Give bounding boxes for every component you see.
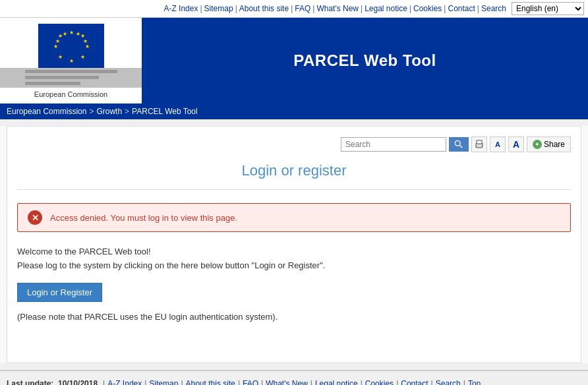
footer-az-link[interactable]: A-Z Index [107,379,142,385]
org-name: European Commission [34,90,107,98]
breadcrumb: European Commission > Growth > PARCEL We… [0,104,588,119]
note-text: (Please note that PARCEL uses the EU log… [17,312,571,322]
svg-rect-16 [477,140,482,144]
svg-point-13 [455,140,460,146]
site-title: PARCEL Web Tool [142,51,588,70]
top-navigation: A-Z Index|Sitemap|About this site|FAQ|Wh… [0,0,588,18]
footer-link-sep: | [144,379,146,385]
top-nav-links: A-Z Index|Sitemap|About this site|FAQ|Wh… [4,4,512,13]
footer-cookies-link[interactable]: Cookies [365,379,394,385]
about-link[interactable]: About this site [239,4,289,13]
nav-separator: | [444,4,446,13]
footer-link-sep: | [181,379,183,385]
site-header: ★ ★ ★ ★ ★ ★ ★ ★ ★ ★ ★ ★ [0,18,588,104]
print-icon [475,140,484,149]
footer-link-sep: | [396,379,398,385]
login-register-button[interactable]: Login or Register [17,283,102,302]
svg-text:★: ★ [75,31,80,37]
main-wrapper: A A ✦ Share Login or register ✕ Access d… [0,126,588,363]
footer-whats-new-link[interactable]: What's New [266,379,308,385]
nav-separator: | [409,4,411,13]
error-icon: ✕ [28,210,42,225]
footer-sep: | [103,379,105,385]
footer-link-sep: | [361,379,363,385]
footer-link-sep: | [310,379,312,385]
footer-sitemap-link[interactable]: Sitemap [149,379,178,385]
search-button[interactable] [449,137,469,152]
nav-separator: | [312,4,314,13]
search-input[interactable] [341,137,446,152]
breadcrumb-item-growth[interactable]: Growth [96,107,122,116]
svg-text:★: ★ [57,54,62,60]
font-decrease-button[interactable]: A [490,136,506,152]
breadcrumb-sep-1: > [89,107,94,116]
search-top-link[interactable]: Search [481,4,506,13]
svg-rect-17 [477,145,482,147]
welcome-text: Welcome to the PARCEL Web tool! Please l… [17,245,571,273]
cookies-link[interactable]: Cookies [413,4,442,13]
svg-text:★: ★ [82,38,87,44]
nav-separator: | [200,4,202,13]
page-title: Login or register [17,162,571,190]
share-icon: ✦ [533,140,542,149]
footer-contact-link[interactable]: Contact [401,379,428,385]
footer-legal-link[interactable]: Legal notice [315,379,358,385]
breadcrumb-sep-2: > [125,107,129,116]
main-content: A A ✦ Share Login or register ✕ Access d… [7,126,581,363]
svg-line-14 [459,145,462,148]
share-button[interactable]: ✦ Share [527,136,571,152]
font-increase-button[interactable]: A [508,136,524,152]
svg-text:★: ★ [62,31,67,37]
legal-link[interactable]: Legal notice [365,4,407,13]
svg-text:★: ★ [69,58,73,64]
print-button[interactable] [471,136,487,152]
footer-link-sep: | [238,379,240,385]
nav-separator: | [235,4,237,13]
sitemap-link[interactable]: Sitemap [204,4,233,13]
footer-search-link[interactable]: Search [436,379,461,385]
nav-separator: | [361,4,363,13]
language-selector[interactable]: English (en) [512,2,584,15]
breadcrumb-item-ec[interactable]: European Commission [7,107,86,116]
search-icon [454,140,463,149]
footer-about-link[interactable]: About this site [186,379,235,385]
eu-flag: ★ ★ ★ ★ ★ ★ ★ ★ ★ ★ ★ ★ [38,24,104,68]
footer-last-update-label: Last update: 10/10/2018 [7,379,98,385]
contact-link[interactable]: Contact [448,4,475,13]
az-index-link[interactable]: A-Z Index [163,4,198,13]
footer-link-sep: | [261,379,263,385]
logo-area: ★ ★ ★ ★ ★ ★ ★ ★ ★ ★ ★ ★ [0,18,142,104]
whats-new-link[interactable]: What's New [316,4,359,13]
nav-separator: | [291,4,293,13]
footer-top-link[interactable]: Top [468,379,481,385]
footer-faq-link[interactable]: FAQ [243,379,258,385]
error-message-box: ✕ Access denied. You must log in to view… [17,203,571,232]
footer-last-update-date: 10/10/2018 [58,379,98,385]
svg-text:★: ★ [55,38,59,44]
svg-text:★: ★ [53,44,57,49]
welcome-line1: Welcome to the PARCEL Web tool! [17,245,571,259]
nav-separator: | [477,4,479,13]
welcome-line2: Please log to the system by clicking on … [17,259,571,273]
footer-link-sep: | [463,379,465,385]
error-text: Access denied. You must log in to view t… [50,213,237,223]
gray-banner [0,68,142,88]
faq-link[interactable]: FAQ [295,4,310,13]
share-label: Share [544,140,565,149]
footer-link-sep: | [431,379,433,385]
svg-text:★: ★ [69,30,73,36]
breadcrumb-item-current: PARCEL Web Tool [132,107,198,116]
svg-text:★: ★ [80,54,84,60]
search-toolbar: A A ✦ Share [17,136,571,152]
footer: Last update: 10/10/2018 |A-Z Index|Sitem… [0,370,588,385]
svg-text:★: ★ [84,44,89,49]
